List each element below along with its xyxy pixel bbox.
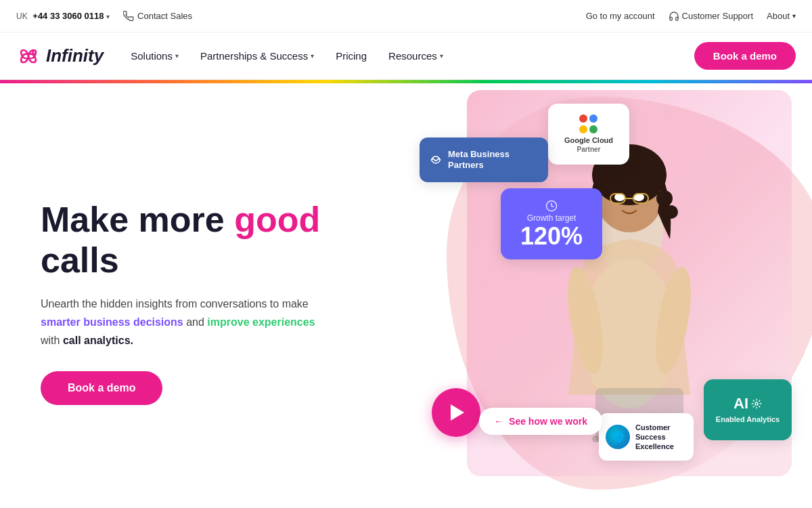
ai-title: AI [734,395,748,412]
nav-solutions[interactable]: Solutions ▾ [131,50,179,62]
customer-support-link[interactable]: Customer Support [669,11,754,22]
hero-body: Unearth the hidden insights from convers… [41,295,325,350]
top-bar-right: Go to my account Customer Support About … [586,11,796,22]
hero-section: Make more good calls Unearth the hidden … [0,83,812,508]
uk-label: UK [16,12,28,21]
headset-icon [669,11,679,22]
body-bold: call analytics. [63,335,133,346]
customer-support-label: Customer Support [682,11,754,21]
growth-icon [545,200,558,212]
partnerships-chevron-icon: ▾ [311,52,314,60]
see-how-label: See how we work [509,416,587,427]
body-part2: and [183,316,208,328]
resources-chevron-icon: ▾ [440,52,443,60]
contact-sales-link[interactable]: Contact Sales [123,11,192,22]
nav-left: Infinity Solutions ▾ Partnerships & Succ… [16,44,443,68]
see-how-arrow: ← [494,416,503,427]
svg-point-9 [656,190,673,207]
growth-percentage: 120% [520,224,583,249]
meta-icon [429,152,443,167]
globe-icon: 🌐 [606,425,630,449]
top-bar-left: UK +44 33 3060 0118 ▾ Contact Sales [16,11,192,22]
logo-icon [16,44,41,68]
customer-success-card: 🌐 Customer Success Excellence [599,413,694,461]
hero-right: Google Cloud Partner Meta Business Partn… [379,83,812,508]
body-smarter: smarter business decisions [41,316,183,328]
phone-icon [123,11,134,22]
body-part1: Unearth the hidden insights from convers… [41,298,309,310]
google-cloud-card: Google Cloud Partner [548,104,629,165]
solutions-chevron-icon: ▾ [175,52,179,60]
meta-business-card: Meta Business Partners [420,137,548,182]
heading-good: good [234,200,320,239]
google-cloud-sub: Partner [564,146,613,154]
hero-left: Make more good calls Unearth the hidden … [41,200,379,405]
nav-links: Solutions ▾ Partnerships & Success ▾ Pri… [131,50,443,62]
about-link[interactable]: About ▾ [767,11,796,21]
growth-label: Growth target [527,213,577,223]
logo-link[interactable]: Infinity [16,44,104,68]
top-bar: UK +44 33 3060 0118 ▾ Contact Sales Go t… [0,0,812,33]
book-demo-hero-button[interactable]: Book a demo [41,371,162,405]
svg-point-19 [755,402,758,405]
uk-phone[interactable]: UK +44 33 3060 0118 ▾ [16,11,110,21]
hero-heading: Make more good calls [41,200,379,281]
phone-number: +44 33 3060 0118 [32,11,104,21]
logo-text: Infinity [46,45,104,66]
ai-icon [751,398,762,409]
heading-part2: calls [41,240,119,280]
google-cloud-logo [579,114,598,133]
play-button[interactable] [432,388,480,437]
nav-resources[interactable]: Resources ▾ [388,50,443,62]
svg-point-10 [664,205,678,219]
contact-sales-label: Contact Sales [137,11,192,21]
body-improve: improve experiences [207,316,315,328]
about-label: About [767,11,790,21]
book-demo-nav-button[interactable]: Book a demo [694,42,796,70]
nav-pricing[interactable]: Pricing [336,50,367,62]
go-to-account-link[interactable]: Go to my account [586,11,655,21]
meta-business-text: Meta Business Partners [448,149,539,170]
google-cloud-title: Google Cloud [564,136,613,145]
ai-analytics-text: Enabled Analytics [716,415,780,424]
heading-part1: Make more [41,200,234,239]
go-to-account-label: Go to my account [586,11,655,21]
ai-analytics-card: AI Enabled Analytics [704,379,792,440]
growth-target-card: Growth target 120% [501,188,602,259]
see-how-button[interactable]: ← See how we work [479,408,602,435]
body-part3: with [41,335,63,346]
nav-bar: Infinity Solutions ▾ Partnerships & Succ… [0,33,812,80]
about-chevron-icon: ▾ [792,12,796,20]
nav-partnerships[interactable]: Partnerships & Success ▾ [200,50,314,62]
phone-chevron-icon: ▾ [106,13,110,20]
customer-success-text: Customer Success Excellence [635,423,687,452]
google-cloud-text: Google Cloud Partner [564,136,613,153]
